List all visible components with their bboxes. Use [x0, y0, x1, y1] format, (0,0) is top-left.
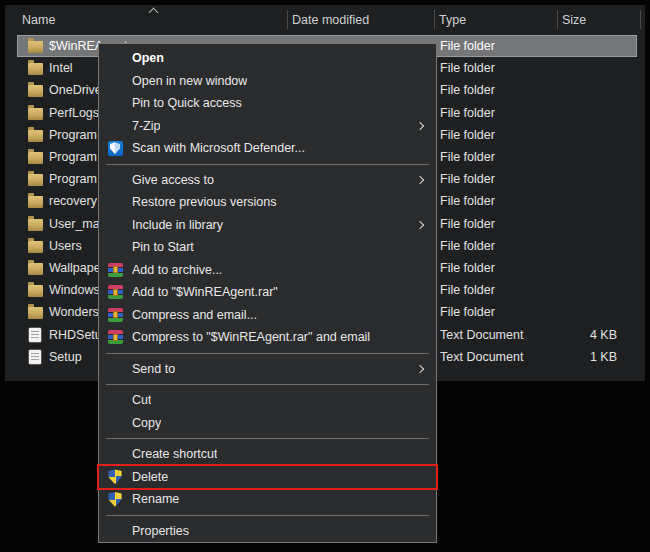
- menu-item-label: Open in new window: [132, 74, 247, 88]
- menu-separator: [106, 438, 429, 439]
- menu-item-open-in-new-window[interactable]: Open in new window: [99, 70, 436, 93]
- folder-icon: [28, 307, 43, 319]
- column-header-type-label: Type: [439, 13, 466, 27]
- file-name: Program: [49, 172, 97, 186]
- text-document-icon: [29, 350, 41, 364]
- folder-icon: [28, 63, 43, 75]
- column-divider[interactable]: [557, 10, 558, 29]
- menu-item-label: Delete: [132, 470, 168, 484]
- file-name: Users: [49, 239, 82, 253]
- submenu-chevron-icon: [416, 176, 424, 184]
- menu-item-open[interactable]: Open: [99, 47, 436, 70]
- column-divider[interactable]: [640, 10, 641, 29]
- menu-item-icon-slot: [107, 217, 123, 233]
- file-icon-slot: [27, 105, 43, 121]
- column-header-date-label: Date modified: [292, 13, 369, 27]
- menu-item-icon-slot: [107, 118, 123, 134]
- menu-item-restore-previous-versions[interactable]: Restore previous versions: [99, 191, 436, 214]
- menu-item-icon-slot: [107, 307, 123, 323]
- winrar-icon: [108, 330, 123, 344]
- column-header-name-label: Name: [22, 13, 55, 27]
- column-divider[interactable]: [287, 10, 288, 29]
- folder-icon: [28, 241, 43, 253]
- menu-item-pin-to-start[interactable]: Pin to Start: [99, 236, 436, 259]
- file-type: File folder: [434, 217, 557, 231]
- file-name: Wallpape: [49, 261, 101, 275]
- file-icon-slot: [27, 238, 43, 254]
- uac-shield-icon: [108, 469, 123, 484]
- menu-item-compress-to-winreagent-rar-and-email[interactable]: Compress to "$WinREAgent.rar" and email: [99, 326, 436, 349]
- file-icon-slot: [27, 149, 43, 165]
- menu-item-label: Compress to "$WinREAgent.rar" and email: [132, 330, 370, 344]
- menu-item-copy[interactable]: Copy: [99, 412, 436, 435]
- file-name: Setup: [49, 350, 82, 364]
- file-name: recovery: [49, 194, 97, 208]
- column-header-type[interactable]: Type: [434, 5, 557, 35]
- folder-icon: [28, 152, 43, 164]
- menu-item-delete-highlighted[interactable]: Delete: [99, 466, 436, 489]
- file-name: Program: [49, 150, 97, 164]
- file-type: File folder: [434, 39, 557, 53]
- folder-icon: [28, 263, 43, 275]
- file-type: File folder: [434, 261, 557, 275]
- menu-item-compress-and-email[interactable]: Compress and email...: [99, 304, 436, 327]
- menu-item-icon-slot: [107, 95, 123, 111]
- file-icon-slot: [27, 38, 43, 54]
- file-name: Program: [49, 128, 97, 142]
- menu-item-send-to[interactable]: Send to: [99, 358, 436, 381]
- winrar-icon: [108, 308, 123, 322]
- menu-item-create-shortcut[interactable]: Create shortcut: [99, 443, 436, 466]
- menu-item-label: Create shortcut: [132, 447, 217, 461]
- menu-item-label: Add to archive...: [132, 263, 222, 277]
- menu-item-add-to-winreagent-rar[interactable]: Add to "$WinREAgent.rar": [99, 281, 436, 304]
- menu-item-add-to-archive[interactable]: Add to archive...: [99, 259, 436, 282]
- column-header-date-modified[interactable]: Date modified: [287, 5, 434, 35]
- menu-separator: [106, 164, 429, 165]
- file-icon-slot: [27, 327, 43, 343]
- menu-item-icon-slot: [107, 50, 123, 66]
- menu-item-label: Compress and email...: [132, 308, 257, 322]
- column-divider[interactable]: [434, 10, 435, 29]
- file-icon-slot: [27, 60, 43, 76]
- column-header-size[interactable]: Size: [557, 5, 637, 35]
- menu-item-give-access-to[interactable]: Give access to: [99, 169, 436, 192]
- menu-item-icon-slot: [107, 73, 123, 89]
- menu-item-scan-with-microsoft-defender[interactable]: Scan with Microsoft Defender...: [99, 137, 436, 160]
- menu-item-label: Pin to Start: [132, 240, 194, 254]
- menu-item-include-in-library[interactable]: Include in library: [99, 214, 436, 237]
- file-name: RHDSetu: [49, 328, 102, 342]
- menu-item-label: Add to "$WinREAgent.rar": [132, 285, 278, 299]
- menu-item-properties[interactable]: Properties: [99, 520, 436, 543]
- menu-item-rename[interactable]: Rename: [99, 488, 436, 511]
- file-size: 1 KB: [557, 350, 637, 364]
- folder-icon: [28, 130, 43, 142]
- folder-icon: [28, 196, 43, 208]
- file-size: 4 KB: [557, 328, 637, 342]
- folder-icon: [28, 108, 43, 120]
- folder-icon: [28, 219, 43, 231]
- menu-item-icon-slot: [107, 284, 123, 300]
- menu-item-label: Scan with Microsoft Defender...: [132, 141, 305, 155]
- menu-item-icon-slot: [107, 523, 123, 539]
- menu-item-pin-to-quick-access[interactable]: Pin to Quick access: [99, 92, 436, 115]
- menu-item-icon-slot: [107, 361, 123, 377]
- menu-item-7-zip[interactable]: 7-Zip: [99, 115, 436, 138]
- file-type: File folder: [434, 128, 557, 142]
- file-type: Text Document: [434, 328, 557, 342]
- menu-item-icon-slot: [107, 469, 123, 485]
- folder-icon: [28, 174, 43, 186]
- menu-item-cut[interactable]: Cut: [99, 389, 436, 412]
- file-type: File folder: [434, 150, 557, 164]
- menu-item-label: Restore previous versions: [132, 195, 277, 209]
- file-icon-slot: [27, 216, 43, 232]
- menu-item-label: Pin to Quick access: [132, 96, 242, 110]
- menu-item-label: Copy: [132, 416, 161, 430]
- file-icon-slot: [27, 171, 43, 187]
- winrar-icon: [108, 263, 123, 277]
- menu-item-label: Rename: [132, 492, 179, 506]
- menu-item-icon-slot: [107, 194, 123, 210]
- text-document-icon: [29, 328, 41, 342]
- folder-icon: [28, 85, 43, 97]
- file-icon-slot: [27, 282, 43, 298]
- file-icon-slot: [27, 82, 43, 98]
